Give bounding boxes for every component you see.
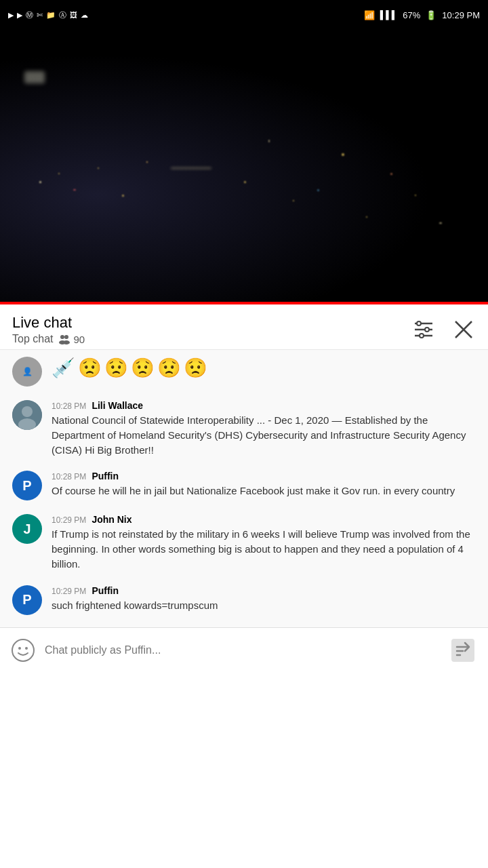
message-author: Lili Wallace [92,400,143,411]
smiley-icon [11,638,35,663]
message-body: 10:28 PM Puffin Of course he will he in … [52,471,476,498]
status-bar: ▶ ▶ Ⓜ ✄ 📁 Ⓐ 🖼 ☁ 📶 ▌▌▌ 67% 🔋 10:29 PM [0,0,488,30]
wifi-icon: 📶 [364,10,375,20]
message-time: 10:28 PM [52,472,86,481]
message-author: Puffin [92,585,119,596]
avatar: 👤 [12,357,42,387]
notif-icon-5: 📁 [46,11,56,20]
video-background [0,30,488,304]
video-content [0,30,488,304]
status-icons: ▶ ▶ Ⓜ ✄ 📁 Ⓐ 🖼 ☁ [8,10,88,20]
list-item: 10:28 PM Lili Wallace National Council o… [0,393,488,464]
battery-text: 67% [403,10,420,20]
notif-icon-4: ✄ [37,11,43,20]
viewer-number: 90 [73,334,85,345]
video-player[interactable] [0,30,488,304]
avatar [12,400,42,430]
avatar-letter: P [22,592,31,608]
message-meta: 10:29 PM Puffin [52,585,476,596]
chat-messages: 👤 💉 😟 😟 😟 😟 😟 [0,350,488,627]
notif-icon-3: Ⓜ [26,10,33,20]
notif-icon-6: Ⓐ [59,10,66,20]
avatar-letter: P [22,478,31,494]
message-author: Puffin [92,471,119,481]
message-meta: 10:29 PM John Nix [52,514,476,525]
svg-point-0 [60,335,64,339]
svg-point-3 [63,340,70,344]
message-author: John Nix [92,514,131,525]
battery-icon: 🔋 [426,10,436,20]
livechat-header: Live chat Top chat 90 [0,304,488,350]
close-button[interactable] [451,317,476,342]
message-text: If Trump is not reinstated by the milita… [52,527,476,571]
people-icon [58,334,70,344]
list-item: 👤 💉 😟 😟 😟 😟 😟 [0,350,488,393]
filter-icon [413,321,434,338]
message-body: 10:29 PM John Nix If Trump is not reinst… [52,514,476,571]
video-progress-bar[interactable] [0,302,488,304]
message-body: 10:29 PM Puffin such frightened kowards=… [52,585,476,613]
svg-point-13 [22,406,33,417]
message-text: such frightened kowards=trumpscum [52,598,476,613]
message-time: 10:29 PM [52,515,86,525]
list-item: J 10:29 PM John Nix If Trump is not rein… [0,507,488,578]
avatar: P [12,471,42,500]
viewer-count: 90 [58,334,85,345]
notif-icon-8: ☁ [81,11,88,20]
svg-point-17 [25,647,28,650]
avatar-image [12,400,42,430]
topchat-row: Top chat 90 [12,333,85,345]
filter-button[interactable] [411,318,436,341]
header-left: Live chat Top chat 90 [12,314,85,345]
svg-point-7 [417,321,421,326]
message-meta: 10:28 PM Lili Wallace [52,400,476,411]
topchat-label[interactable]: Top chat [12,333,53,345]
message-text: Of course he will he in jail but Nationa… [52,484,476,498]
avatar: J [12,514,42,544]
avatar: P [12,585,42,615]
chat-input-area [0,627,488,673]
livechat-title: Live chat [12,314,85,332]
chat-input[interactable] [45,644,439,656]
signal-icon: ▌▌▌ [380,10,398,20]
close-icon [454,320,473,339]
message-text: National Council of Statewide Interopera… [52,413,476,457]
notif-icon-7: 🖼 [70,11,77,19]
emoji-picker-button[interactable] [9,637,37,664]
livechat-panel: Live chat Top chat 90 [0,304,488,673]
send-icon [450,637,476,663]
message-time: 10:29 PM [52,587,86,596]
message-body: 10:28 PM Lili Wallace National Council o… [52,400,476,457]
emoji-content: 💉 😟 😟 😟 😟 😟 [52,357,476,379]
message-body: 💉 😟 😟 😟 😟 😟 [52,357,476,379]
list-item: P 10:28 PM Puffin Of course he will he i… [0,464,488,507]
list-item: P 10:29 PM Puffin such frightened koward… [0,578,488,622]
notif-icon-1: ▶ [8,11,14,20]
svg-point-16 [18,647,21,650]
notif-icon-2: ▶ [17,11,22,20]
avatar-letter: J [23,521,30,537]
header-right [411,317,476,342]
svg-point-9 [420,334,424,338]
message-meta: 10:28 PM Puffin [52,471,476,481]
svg-point-1 [64,335,68,339]
message-time: 10:28 PM [52,401,86,411]
send-button[interactable] [447,635,479,666]
time-display: 10:29 PM [442,10,480,20]
svg-point-15 [12,639,34,661]
status-right-icons: 📶 ▌▌▌ 67% 🔋 10:29 PM [364,10,480,20]
svg-point-8 [425,328,429,332]
